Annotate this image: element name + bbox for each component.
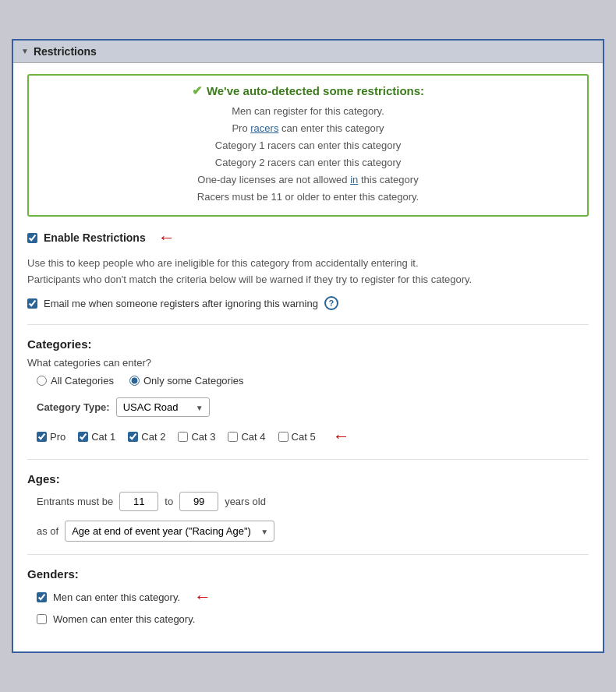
category-type-select-wrapper: USAC Road	[116, 397, 210, 417]
min-age-input[interactable]	[119, 492, 158, 511]
auto-detect-line-1: Men can register for this category.	[41, 103, 575, 120]
cat-3-label: Cat 3	[191, 431, 215, 443]
auto-detect-line-2: Pro racers can enter this category	[41, 120, 575, 137]
cat-1-checkbox[interactable]	[78, 432, 88, 442]
categories-section: Categories: What categories can enter? A…	[27, 337, 589, 447]
ages-section: Ages: Entrants must be to years old as o…	[27, 472, 589, 542]
enable-restrictions-row: Enable Restrictions ←	[27, 228, 589, 248]
cat-5-label: Cat 5	[292, 431, 316, 443]
divider-2	[27, 459, 589, 460]
panel-title: Restrictions	[34, 45, 97, 58]
email-warning-row: Email me when someone registers after ig…	[27, 296, 589, 310]
cat-pro-checkbox[interactable]	[37, 432, 47, 442]
cat-5-checkbox[interactable]	[278, 432, 289, 442]
check-circle-icon: ✔	[192, 83, 202, 98]
description-line-1: Use this to keep people who are ineligib…	[27, 256, 589, 272]
cat-4-checkbox[interactable]	[228, 432, 238, 442]
women-gender-row: Women can enter this category.	[37, 613, 589, 625]
enable-restrictions-label: Enable Restrictions	[44, 231, 146, 244]
genders-title: Genders:	[27, 567, 589, 581]
radio-all-categories-input[interactable]	[37, 376, 47, 386]
category-type-row: Category Type: USAC Road	[37, 397, 589, 417]
collapse-icon[interactable]: ▼	[21, 47, 29, 55]
cat-1[interactable]: Cat 1	[78, 431, 115, 443]
racing-age-select[interactable]: Age at end of event year ("Racing Age")	[65, 521, 274, 542]
email-warning-label: Email me when someone registers after ig…	[44, 298, 318, 309]
enable-restrictions-checkbox[interactable]	[27, 233, 37, 243]
radio-all-categories-label: All Categories	[51, 375, 114, 387]
as-of-label: as of	[37, 525, 58, 537]
auto-detect-line-3: Category 1 racers can enter this categor…	[41, 137, 575, 154]
restrictions-panel: ▼ Restrictions ✔ We've auto-detected som…	[12, 39, 604, 653]
genders-section: Genders: Men can enter this category. ← …	[27, 567, 589, 625]
category-radio-row: All Categories Only some Categories	[37, 375, 589, 387]
description-line-2: Participants who don't match the criteri…	[27, 272, 589, 288]
men-gender-arrow: ←	[194, 587, 211, 607]
cat-1-label: Cat 1	[91, 431, 115, 443]
years-old-label: years old	[225, 496, 266, 507]
cat-4-label: Cat 4	[241, 431, 265, 443]
cat-4[interactable]: Cat 4	[228, 431, 265, 443]
category-type-select[interactable]: USAC Road	[116, 397, 210, 417]
cat-2-checkbox[interactable]	[128, 432, 138, 442]
cat-pro-label: Pro	[50, 431, 65, 443]
categories-sublabel: What categories can enter?	[27, 357, 589, 369]
as-of-row: as of Age at end of event year ("Racing …	[37, 521, 589, 542]
racing-age-select-wrapper: Age at end of event year ("Racing Age")	[65, 521, 274, 542]
to-label: to	[165, 496, 173, 507]
radio-all-categories[interactable]: All Categories	[37, 375, 114, 387]
radio-some-categories-label: Only some Categories	[143, 375, 244, 387]
panel-body: ✔ We've auto-detected some restrictions:…	[13, 63, 603, 651]
men-gender-row: Men can enter this category. ←	[37, 587, 589, 607]
auto-detect-box: ✔ We've auto-detected some restrictions:…	[27, 74, 589, 217]
divider-3	[27, 554, 589, 555]
entrants-must-be-label: Entrants must be	[37, 496, 113, 507]
auto-detect-line-5: One-day licenses are not allowed in this…	[41, 171, 575, 189]
cat-3[interactable]: Cat 3	[178, 431, 215, 443]
cat-2-label: Cat 2	[141, 431, 165, 443]
women-gender-label: Women can enter this category.	[53, 613, 195, 625]
auto-detect-title: ✔ We've auto-detected some restrictions:	[41, 83, 575, 98]
auto-detect-line-6: Racers must be 11 or older to enter this…	[41, 189, 575, 206]
auto-detect-heading: We've auto-detected some restrictions:	[207, 84, 424, 97]
divider-1	[27, 324, 589, 325]
help-icon[interactable]: ?	[324, 296, 338, 310]
ages-title: Ages:	[27, 472, 589, 485]
cat-2[interactable]: Cat 2	[128, 431, 165, 443]
auto-detect-line-4: Category 2 racers can enter this categor…	[41, 154, 575, 171]
men-gender-checkbox[interactable]	[37, 592, 47, 602]
panel-header: ▼ Restrictions	[13, 41, 603, 63]
category-type-label: Category Type:	[37, 401, 110, 413]
men-gender-label: Men can enter this category.	[53, 591, 180, 603]
cat-3-checkbox[interactable]	[178, 432, 188, 442]
women-gender-checkbox[interactable]	[37, 614, 47, 624]
radio-some-categories-input[interactable]	[129, 376, 140, 386]
description-block: Use this to keep people who are ineligib…	[27, 256, 589, 288]
max-age-input[interactable]	[179, 492, 218, 511]
radio-some-categories[interactable]: Only some Categories	[129, 375, 244, 387]
categories-title: Categories:	[27, 337, 589, 351]
cat-pro[interactable]: Pro	[37, 431, 65, 443]
category-checkboxes-row: Pro Cat 1 Cat 2 Cat 3 Cat 4	[37, 426, 589, 447]
cat-5[interactable]: Cat 5	[278, 431, 316, 443]
email-warning-checkbox[interactable]	[27, 298, 37, 309]
age-range-row: Entrants must be to years old	[37, 492, 589, 511]
cat5-arrow: ←	[333, 426, 350, 447]
enable-restrictions-arrow: ←	[158, 228, 175, 248]
